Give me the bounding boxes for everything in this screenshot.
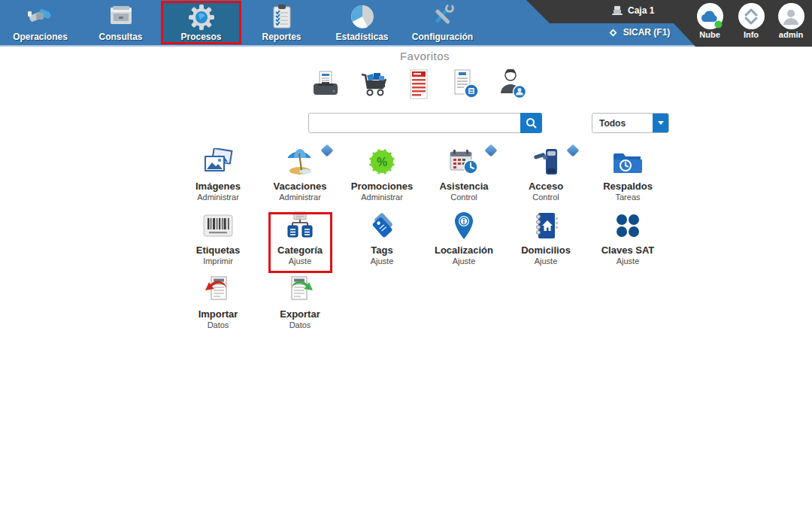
tile-subtitle: Ajuste: [341, 257, 423, 266]
tile-subtitle: Administrar: [341, 193, 423, 202]
tile-subtitle: Datos: [177, 320, 259, 329]
tile-title: Etiquetas: [177, 244, 259, 256]
tile-domicilios[interactable]: Domicilios Ajuste: [505, 208, 586, 267]
map-pin-icon: [423, 208, 504, 243]
svg-text:%: %: [377, 156, 387, 168]
corte-receipt-icon[interactable]: [404, 69, 434, 99]
favorites-title: Favoritos: [237, 50, 613, 62]
tile-title: Vacaciones: [259, 181, 341, 192]
percent-seal-icon: %: [341, 144, 423, 179]
menu-label: Operaciones: [13, 32, 68, 42]
filter-dropdown[interactable]: Todos: [592, 113, 669, 133]
menu-label: Configuración: [412, 32, 473, 42]
tile-vacaciones[interactable]: Vacaciones Administrar: [259, 144, 341, 203]
tile-title: Claves SAT: [587, 244, 668, 256]
tile-claves-sat[interactable]: Claves SAT Ajuste: [587, 208, 668, 267]
tile-localizacion[interactable]: Localización Ajuste: [423, 208, 504, 267]
tile-subtitle: Tareas: [587, 193, 668, 202]
tile-title: Respaldos: [587, 181, 668, 192]
caja-label: Caja 1: [628, 5, 654, 16]
tile-subtitle: Administrar: [259, 193, 341, 202]
tile-title: Promociones: [341, 181, 423, 192]
nube-button[interactable]: Nube: [689, 3, 731, 39]
tile-subtitle: Administrar: [177, 193, 259, 202]
tile-title: Localización: [423, 244, 504, 256]
four-dots-icon: [587, 208, 668, 243]
tile-imagenes[interactable]: Imágenes Administrar: [177, 144, 259, 203]
info-button[interactable]: Info: [730, 3, 772, 39]
nube-label: Nube: [689, 30, 731, 39]
tile-categoria[interactable]: Categoría Ajuste: [259, 208, 341, 267]
menu-procesos[interactable]: Procesos: [161, 1, 241, 44]
file-drawer-icon: [108, 2, 134, 31]
tile-title: Asistencia: [423, 181, 504, 192]
tile-title: Domicilios: [505, 244, 586, 256]
tile-subtitle: Ajuste: [259, 257, 341, 266]
caja-indicator[interactable]: Caja 1: [611, 5, 654, 16]
tile-subtitle: Imprimir: [177, 257, 259, 266]
info-label: Info: [730, 30, 772, 39]
tile-promociones[interactable]: % Promociones Administrar: [341, 144, 423, 203]
chevron-down-icon: [658, 121, 664, 125]
search-icon: [526, 117, 538, 129]
calendar-clock-icon: [423, 144, 504, 179]
tile-title: Tags: [341, 244, 423, 256]
search-input[interactable]: [308, 113, 521, 133]
price-tags-icon: [341, 208, 423, 243]
sicar-button[interactable]: SICAR (F1): [594, 27, 684, 38]
tools-icon: [429, 2, 456, 31]
user-avatar-icon: [778, 3, 804, 29]
address-book-icon: [505, 208, 586, 243]
menu-label: Estadísticas: [335, 32, 388, 42]
admin-label: admin: [770, 30, 812, 39]
tile-title: Imágenes: [177, 181, 259, 192]
tile-title: Acceso: [505, 181, 586, 192]
tile-respaldos[interactable]: Respaldos Tareas: [587, 144, 668, 203]
tile-subtitle: Control: [423, 193, 504, 202]
menu-consultas[interactable]: Consultas: [80, 0, 161, 45]
menu-configuracion[interactable]: Configuración: [402, 0, 483, 45]
tile-subtitle: Ajuste: [423, 257, 504, 266]
online-status-dot: [714, 20, 723, 29]
menu-estadisticas[interactable]: Estadísticas: [322, 0, 402, 45]
tile-title: Categoría: [259, 244, 341, 256]
tile-subtitle: Ajuste: [505, 257, 586, 266]
admin-button[interactable]: admin: [770, 3, 812, 39]
sicar-app-window: Operaciones Consultas: [0, 0, 812, 510]
sicar-label: SICAR (F1): [623, 27, 671, 38]
menu-reportes[interactable]: Reportes: [241, 0, 322, 45]
diamond-icon: [608, 28, 618, 38]
menu-operaciones[interactable]: Operaciones: [0, 0, 80, 45]
customer-badge-icon[interactable]: [498, 69, 528, 99]
tile-tags[interactable]: Tags Ajuste: [341, 208, 423, 267]
tile-acceso[interactable]: Acceso Control: [505, 144, 586, 203]
import-document-icon: [177, 272, 259, 307]
cloud-icon: [697, 3, 723, 29]
backup-folder-icon: [587, 144, 668, 179]
dropdown-arrow-button[interactable]: [653, 114, 668, 132]
topbar-corner: Caja 1 Nube: [523, 0, 812, 47]
receipt-printer-icon[interactable]: [311, 69, 341, 99]
tile-exportar[interactable]: Exportar Datos: [259, 272, 341, 331]
images-icon: [177, 144, 259, 179]
handshake-icon: [26, 2, 55, 31]
receipt-badge-icon[interactable]: [450, 69, 480, 99]
menu-label: Consultas: [98, 32, 142, 42]
tile-title: Exportar: [259, 308, 341, 320]
cash-register-icon: [611, 5, 623, 16]
barcode-icon: [177, 208, 259, 243]
shopping-cart-icon[interactable]: [359, 69, 389, 99]
tile-title: Importar: [177, 308, 259, 320]
menu-label: Procesos: [180, 32, 221, 42]
export-document-icon: [259, 272, 341, 307]
main-menu-bar: Operaciones Consultas: [0, 0, 812, 47]
pie-chart-icon: [350, 2, 375, 31]
tile-subtitle: Datos: [259, 320, 341, 329]
tile-importar[interactable]: Importar Datos: [177, 272, 259, 331]
tile-asistencia[interactable]: Asistencia Control: [423, 144, 504, 203]
tile-subtitle: Ajuste: [587, 257, 668, 266]
menu-label: Reportes: [262, 32, 301, 42]
tile-etiquetas[interactable]: Etiquetas Imprimir: [177, 208, 259, 267]
search-button[interactable]: [520, 113, 542, 133]
tile-subtitle: Control: [505, 193, 586, 202]
